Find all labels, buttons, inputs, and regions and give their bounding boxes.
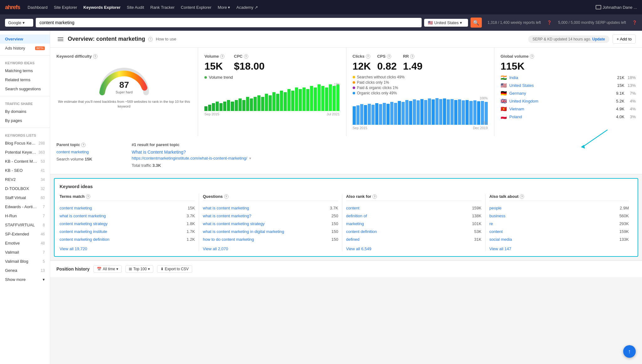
- nav-dashboard[interactable]: Dashboard: [25, 4, 50, 11]
- sidebar-list-item[interactable]: STAFFVIRTUAL8: [0, 220, 50, 229]
- idea-link[interactable]: social media: [489, 237, 512, 242]
- clicks-bar: [450, 99, 454, 125]
- result-heading-link[interactable]: What is Content Marketing?: [132, 150, 186, 155]
- idea-link[interactable]: how to do content marketing: [203, 237, 254, 242]
- country-name-link[interactable]: Poland: [509, 114, 541, 119]
- parent-topic-link[interactable]: content marketing: [56, 150, 89, 154]
- sidebar-list-item[interactable]: REV234: [0, 175, 50, 184]
- country-name-link[interactable]: Vietnam: [509, 107, 541, 111]
- nav-keywords-explorer[interactable]: Keywords Explorer: [81, 4, 123, 11]
- sidebar-list-item[interactable]: Genea13: [0, 266, 50, 275]
- nav-more[interactable]: More ▾: [215, 4, 233, 11]
- idea-link[interactable]: what is content marketing?: [203, 214, 251, 218]
- info-circle-icon[interactable]: ?: [148, 37, 153, 41]
- view-all-link[interactable]: View all 2,070: [203, 246, 338, 251]
- ideas-info-icon[interactable]: ?: [224, 194, 229, 199]
- idea-link[interactable]: defined: [346, 237, 360, 242]
- cpc-value: $18.00: [234, 61, 265, 71]
- sidebar-list-item[interactable]: Valimail Blog5: [0, 257, 50, 266]
- show-more-button[interactable]: Show more ▾: [0, 275, 50, 284]
- global-volume-card: Global volume ? 115K 🇮🇳 India 21K 18% 🇺🇸…: [494, 48, 642, 136]
- idea-link[interactable]: content: [346, 206, 360, 210]
- idea-link[interactable]: content marketing strategy: [60, 221, 108, 226]
- how-to-use-link[interactable]: How to use: [156, 37, 176, 41]
- add-to-button[interactable]: + Add to: [613, 34, 636, 44]
- ideas-info-icon[interactable]: ?: [520, 194, 524, 199]
- clicks-bar: [473, 100, 476, 125]
- sidebar-by-pages[interactable]: By pages: [0, 116, 50, 125]
- engine-selector[interactable]: Google ▾: [5, 19, 33, 27]
- country-name-link[interactable]: India: [509, 75, 541, 80]
- sidebar-list-item[interactable]: Blog Focus Keyw...288: [0, 139, 50, 148]
- volume-info-icon[interactable]: ?: [220, 54, 224, 59]
- sidebar-matching-terms[interactable]: Matching terms: [0, 66, 50, 75]
- sidebar-list-item[interactable]: Staff Virtual60: [0, 193, 50, 202]
- nav-academy[interactable]: Academy ↗: [234, 4, 260, 11]
- update-link[interactable]: Update: [592, 37, 605, 41]
- idea-link[interactable]: what is content marketing in digital mar…: [203, 229, 284, 234]
- keyword-ideas-section: Keyword ideas Terms match ?content marke…: [54, 178, 638, 257]
- clicks-info-icon[interactable]: ?: [366, 54, 370, 59]
- country-name-link[interactable]: Germany: [509, 91, 541, 96]
- idea-link[interactable]: what is content marketing strategy: [203, 221, 265, 226]
- country-selector[interactable]: 🇺🇸 United States ▾: [424, 19, 468, 27]
- nav-rank-tracker[interactable]: Rank Tracker: [148, 4, 177, 11]
- cps-info-icon[interactable]: ?: [387, 54, 391, 59]
- sidebar-list-item[interactable]: D-TOOLBOX32: [0, 184, 50, 193]
- nav-site-explorer[interactable]: Site Explorer: [51, 4, 80, 11]
- sidebar-list-item[interactable]: SP-Extended46: [0, 229, 50, 239]
- view-all-link[interactable]: View all 6,549: [346, 246, 482, 251]
- nav-content-explorer[interactable]: Content Explorer: [178, 4, 214, 11]
- menu-icon[interactable]: [56, 36, 65, 42]
- idea-link[interactable]: re: [489, 221, 493, 226]
- sidebar-list-item[interactable]: KB - SEO41: [0, 166, 50, 175]
- all-time-selector[interactable]: 📅 All time ▾: [93, 265, 122, 273]
- top-100-selector[interactable]: ⊞ Top 100 ▾: [125, 265, 153, 273]
- cps-title: CPS: [377, 54, 386, 59]
- country-name-link[interactable]: United States: [509, 83, 541, 88]
- sidebar-item-overview[interactable]: Overview: [0, 34, 50, 44]
- idea-link[interactable]: content definition: [346, 229, 377, 234]
- arrow-annotation: [573, 127, 611, 152]
- search-button[interactable]: 🔍: [471, 18, 482, 28]
- result-url[interactable]: https://contentmarketinginstitute.com/wh…: [132, 156, 247, 161]
- sidebar-related-terms[interactable]: Related terms: [0, 75, 50, 84]
- keyword-input[interactable]: [36, 18, 422, 27]
- sidebar-search-suggestions[interactable]: Search suggestions: [0, 84, 50, 93]
- rr-info-icon[interactable]: ?: [410, 54, 414, 59]
- sidebar-list-item[interactable]: Valimail7: [0, 248, 50, 257]
- idea-link[interactable]: business: [489, 214, 505, 218]
- sidebar-list-item[interactable]: Emotive48: [0, 239, 50, 248]
- parent-topic-info-icon[interactable]: ?: [81, 143, 86, 147]
- global-volume-info-icon[interactable]: ?: [530, 54, 534, 59]
- scroll-top-button[interactable]: ↑: [623, 345, 636, 358]
- cpc-info-icon[interactable]: ?: [244, 54, 248, 59]
- idea-link[interactable]: what is content marketing: [60, 214, 106, 218]
- idea-link[interactable]: what is content marketing: [203, 206, 249, 210]
- sidebar-list-item[interactable]: KB - Content Mark...53: [0, 157, 50, 166]
- idea-link[interactable]: people: [489, 206, 502, 210]
- idea-link[interactable]: content: [489, 229, 503, 234]
- idea-link[interactable]: definition of: [346, 214, 367, 218]
- view-all-link[interactable]: View all 19,720: [60, 246, 195, 251]
- ideas-info-icon[interactable]: ?: [86, 194, 90, 199]
- nav-site-audit[interactable]: Site Audit: [124, 4, 147, 11]
- sidebar-by-domains[interactable]: By domains: [0, 107, 50, 116]
- country-name-link[interactable]: United Kingdom: [509, 99, 541, 103]
- idea-link[interactable]: marketing: [346, 221, 364, 226]
- idea-link[interactable]: content marketing institute: [60, 229, 107, 234]
- idea-link[interactable]: content marketing: [60, 206, 92, 210]
- volume-bar: [219, 103, 223, 111]
- user-name[interactable]: Johnathan Dane ...: [603, 5, 637, 10]
- idea-link[interactable]: content marketing definition: [60, 237, 109, 242]
- idea-row: what is content marketing in digital mar…: [203, 228, 338, 235]
- sidebar-list-item[interactable]: Potential Keywords363: [0, 148, 50, 157]
- ideas-info-icon[interactable]: ?: [372, 194, 377, 199]
- kd-info-icon[interactable]: ?: [93, 54, 97, 59]
- volume-bar: [284, 92, 287, 111]
- sidebar-list-item[interactable]: H-Run7: [0, 211, 50, 220]
- sidebar-item-ads-history[interactable]: Ads history BETA: [0, 44, 50, 53]
- sidebar-list-item[interactable]: Edwards - Aortic St...7: [0, 202, 50, 211]
- export-csv-button[interactable]: ⬇ Export to CSV: [157, 265, 192, 273]
- view-all-link[interactable]: View all 147: [489, 246, 629, 251]
